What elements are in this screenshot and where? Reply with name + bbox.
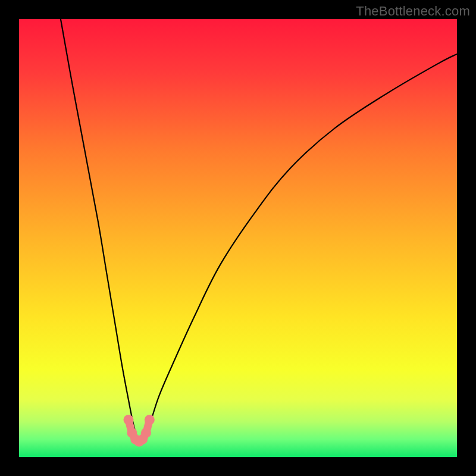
bottleneck-curve: [61, 19, 457, 441]
chart-svg: [19, 19, 457, 457]
trough-markers: [124, 415, 155, 447]
watermark-text: TheBottleneck.com: [356, 4, 470, 19]
trough-marker-dot: [124, 415, 134, 425]
chart-frame: TheBottleneck.com: [0, 0, 476, 476]
trough-marker-dot: [145, 415, 155, 425]
trough-marker-dot: [141, 428, 151, 438]
plot-area: [19, 19, 457, 457]
